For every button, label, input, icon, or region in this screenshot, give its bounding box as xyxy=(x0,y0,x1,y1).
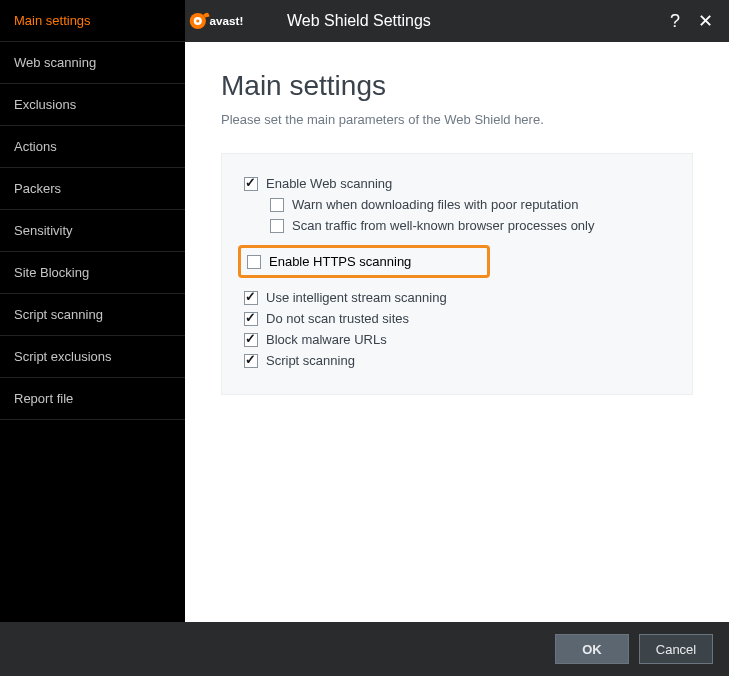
checkbox-intelligent-stream[interactable] xyxy=(244,291,258,305)
avast-logo: avast! xyxy=(187,4,277,38)
option-label: Script scanning xyxy=(266,353,355,368)
option-label: Block malware URLs xyxy=(266,332,387,347)
checkbox-scan-known-browser[interactable] xyxy=(270,219,284,233)
footer: OK Cancel xyxy=(0,622,729,676)
sidebar-item-label: Main settings xyxy=(14,13,91,28)
svg-text:avast!: avast! xyxy=(210,14,244,27)
sidebar-item-label: Sensitivity xyxy=(14,223,73,238)
option-label: Do not scan trusted sites xyxy=(266,311,409,326)
cancel-button-label: Cancel xyxy=(656,642,696,657)
option-label: Warn when downloading files with poor re… xyxy=(292,197,578,212)
checkbox-enable-https[interactable] xyxy=(247,255,261,269)
sidebar-item-packers[interactable]: Packers xyxy=(0,168,185,210)
option-enable-web-scanning[interactable]: Enable Web scanning xyxy=(244,174,678,193)
sidebar-item-label: Web scanning xyxy=(14,55,96,70)
sidebar-item-script-scanning[interactable]: Script scanning xyxy=(0,294,185,336)
checkbox-script-scanning[interactable] xyxy=(244,354,258,368)
sidebar-item-main-settings[interactable]: Main settings xyxy=(0,0,185,42)
sidebar-item-label: Script scanning xyxy=(14,307,103,322)
ok-button[interactable]: OK xyxy=(555,634,629,664)
help-button[interactable]: ? xyxy=(664,10,686,32)
highlight-enable-https: Enable HTTPS scanning xyxy=(238,245,490,278)
option-intelligent-stream[interactable]: Use intelligent stream scanning xyxy=(244,288,678,307)
sidebar-item-actions[interactable]: Actions xyxy=(0,126,185,168)
svg-point-2 xyxy=(196,19,199,22)
content: Main settings Please set the main parame… xyxy=(185,42,729,622)
sidebar-item-label: Packers xyxy=(14,181,61,196)
titlebar: avast! Web Shield Settings ? ✕ xyxy=(185,0,729,42)
checkbox-block-malware-urls[interactable] xyxy=(244,333,258,347)
checkbox-enable-web-scanning[interactable] xyxy=(244,177,258,191)
option-scan-known-browser[interactable]: Scan traffic from well-known browser pro… xyxy=(270,216,678,235)
cancel-button[interactable]: Cancel xyxy=(639,634,713,664)
sidebar-item-label: Actions xyxy=(14,139,57,154)
page-subtitle: Please set the main parameters of the We… xyxy=(221,112,693,127)
sidebar-item-label: Site Blocking xyxy=(14,265,89,280)
sidebar-item-report-file[interactable]: Report file xyxy=(0,378,185,420)
ok-button-label: OK xyxy=(582,642,602,657)
sidebar-item-web-scanning[interactable]: Web scanning xyxy=(0,42,185,84)
sidebar-item-sensitivity[interactable]: Sensitivity xyxy=(0,210,185,252)
close-button[interactable]: ✕ xyxy=(692,10,719,32)
option-label: Use intelligent stream scanning xyxy=(266,290,447,305)
option-label: Enable Web scanning xyxy=(266,176,392,191)
sidebar-item-label: Exclusions xyxy=(14,97,76,112)
option-label: Scan traffic from well-known browser pro… xyxy=(292,218,595,233)
sidebar-item-exclusions[interactable]: Exclusions xyxy=(0,84,185,126)
page-title: Main settings xyxy=(221,70,693,102)
main-area: avast! Web Shield Settings ? ✕ Main sett… xyxy=(185,0,729,622)
option-label: Enable HTTPS scanning xyxy=(269,254,411,269)
window-title: Web Shield Settings xyxy=(287,12,431,30)
sidebar-item-script-exclusions[interactable]: Script exclusions xyxy=(0,336,185,378)
checkbox-warn-poor-reputation[interactable] xyxy=(270,198,284,212)
checkbox-no-scan-trusted[interactable] xyxy=(244,312,258,326)
sidebar-item-site-blocking[interactable]: Site Blocking xyxy=(0,252,185,294)
sidebar-item-label: Script exclusions xyxy=(14,349,112,364)
settings-panel: Enable Web scanning Warn when downloadin… xyxy=(221,153,693,395)
option-script-scanning[interactable]: Script scanning xyxy=(244,351,678,370)
option-block-malware-urls[interactable]: Block malware URLs xyxy=(244,330,678,349)
option-no-scan-trusted[interactable]: Do not scan trusted sites xyxy=(244,309,678,328)
sidebar: Main settings Web scanning Exclusions Ac… xyxy=(0,0,185,622)
sidebar-item-label: Report file xyxy=(14,391,73,406)
option-warn-poor-reputation[interactable]: Warn when downloading files with poor re… xyxy=(270,195,678,214)
